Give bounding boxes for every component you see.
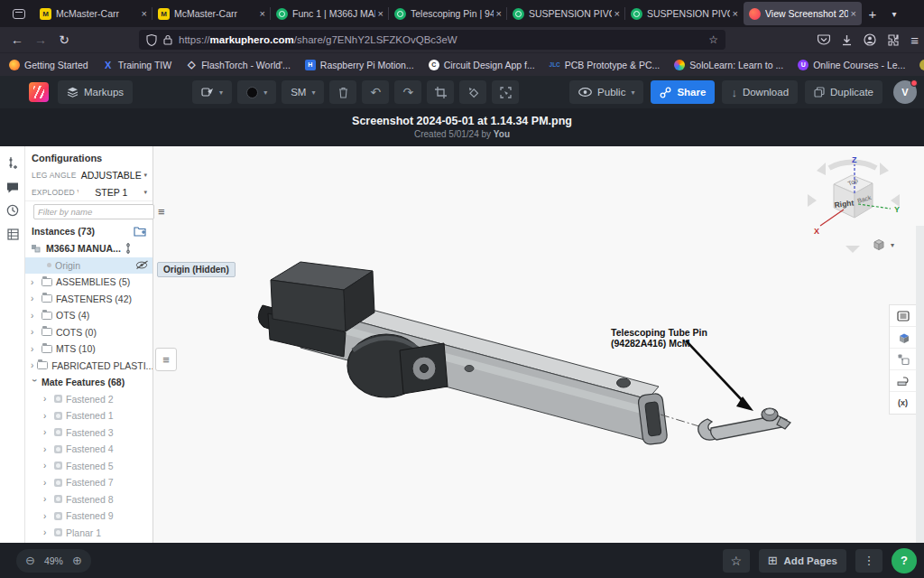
visibility-button[interactable]: Public ▾ [569,80,643,104]
chevron-right-icon[interactable]: › [43,494,51,504]
mate-connector-icon[interactable] [0,152,25,175]
chevron-right-icon[interactable]: › [31,344,38,354]
bookmark-raspberry-pi[interactable]: HRaspberry Pi Motion... [305,60,414,70]
close-icon[interactable]: × [851,8,856,19]
fullscreen-button[interactable] [492,80,519,104]
chevron-right-icon[interactable]: › [31,311,38,321]
user-avatar[interactable]: V [893,80,917,104]
list-tabs-icon[interactable]: ▾ [883,9,905,19]
browser-tab-telescoping-pin[interactable]: Telescoping Pin | 94282 × [389,2,507,25]
close-icon[interactable]: × [378,8,383,19]
config-row-exploded-view[interactable]: EXPLODED VI STEP 1 ▾ [25,183,152,200]
mate-item-planar-1[interactable]: ›Planar 1 [25,525,152,542]
mate-item-fastened-9[interactable]: ›Fastened 9 [25,508,152,525]
mate-item-fastened-1[interactable]: ›Fastened 1 [25,407,152,424]
variables-icon[interactable]: (x) [890,392,916,414]
favorite-button[interactable]: ☆ [723,549,750,573]
chevron-right-icon[interactable]: › [31,327,38,337]
filter-input[interactable] [33,204,154,219]
bookmark-ios13[interactable]: iOS 13 Course Reso... [919,60,924,70]
tree-folder-assemblies[interactable]: ›ASSEMBLIES (5) [25,274,152,291]
downloads-icon[interactable] [841,34,853,46]
bookmark-circuit-design[interactable]: CCircuit Design App f... [429,60,535,70]
reload-button[interactable]: ↻ [52,33,76,47]
zoom-in-icon[interactable]: ⊕ [72,554,82,567]
mate-item-fastened-7[interactable]: ›Fastened 7 [25,474,152,491]
duplicate-button[interactable]: Duplicate [805,80,882,104]
tree-folder-ots[interactable]: ›OTS (4) [25,307,152,324]
new-tab-button[interactable]: + [862,6,883,22]
exploded-view-icon[interactable] [890,349,916,370]
chevron-right-icon[interactable]: › [43,527,51,537]
close-icon[interactable]: × [733,8,738,19]
rotate-left-arrowhead[interactable] [817,163,826,175]
account-icon[interactable] [864,33,876,46]
chevron-right-icon[interactable]: › [43,511,51,521]
browser-tab-mcmaster-1[interactable]: M McMaster-Carr × [34,2,152,25]
bookmark-online-courses[interactable]: UOnline Courses - Le... [798,60,905,70]
tracking-shield-icon[interactable] [146,34,157,46]
zoom-out-icon[interactable]: ⊖ [25,554,35,567]
eye-slash-icon[interactable] [135,260,149,270]
firefox-view-icon[interactable] [7,5,31,23]
mate-item-fastened-5[interactable]: ›Fastened 5 [25,458,152,475]
redo-button[interactable]: ↷ [394,80,421,104]
chevron-down-icon[interactable]: › [30,378,40,386]
mate-item-fastened-8[interactable]: ›Fastened 8 [25,491,152,508]
chevron-right-icon[interactable]: › [43,427,51,437]
config-row-leg-angle[interactable]: LEG ANGLE ADJUSTABLE ▾ [25,166,152,183]
bookmark-sololearn[interactable]: SoloLearn: Learn to ... [674,60,783,70]
crop-button[interactable] [427,80,454,104]
screenshot-canvas[interactable]: Configurations LEG ANGLE ADJUSTABLE ▾ EX… [0,146,924,543]
chevron-right-icon[interactable]: › [31,360,33,370]
markuphero-logo[interactable] [29,82,49,102]
color-picker-button[interactable]: ▾ [237,80,276,104]
forward-button[interactable]: → [29,33,52,47]
canvas-scrollbar[interactable] [916,226,924,543]
pocket-icon[interactable] [818,34,830,46]
chevron-right-icon[interactable]: › [43,394,51,404]
bookmark-training-tiw[interactable]: XTraining TIW [103,60,172,70]
close-icon[interactable]: × [142,8,147,19]
assembly-root-item[interactable]: M366J MANUA... [25,240,152,257]
bom-icon[interactable] [890,305,916,327]
history-icon[interactable] [0,199,25,222]
tree-folder-fasteners[interactable]: ›FASTENERS (42) [25,291,152,308]
more-options-button[interactable]: ⋮ [855,549,882,573]
bookmark-flashtorch[interactable]: ◇FlashTorch - World'... [186,60,291,70]
mate-features-header[interactable]: ›Mate Features (68) [25,374,152,391]
markups-button[interactable]: Markups [58,80,133,104]
chevron-right-icon[interactable]: › [31,277,38,287]
rotate-west-icon[interactable] [808,194,817,207]
bookmark-star-icon[interactable]: ☆ [708,33,718,46]
display-states-icon[interactable] [890,327,916,349]
extensions-puzzle-icon[interactable] [887,33,900,46]
back-button[interactable]: ← [5,33,29,47]
bookmark-pcb-prototype[interactable]: JLCPCB Prototype & PC... [550,60,661,70]
mate-item-fastened-4[interactable]: ›Fastened 4 [25,441,152,458]
delete-button[interactable] [329,80,356,104]
projection-menu[interactable]: ▾ [872,237,908,253]
browser-tab-suspension-2[interactable]: SUSPENSION PIVOT LEG × [625,2,744,25]
browser-tab-mcmaster-2[interactable]: M McMaster-Carr × [152,2,271,25]
section-view-icon[interactable] [890,370,916,392]
tree-item-origin[interactable]: Origin [25,257,152,275]
chevron-right-icon[interactable]: › [43,478,51,488]
browser-tab-suspension-1[interactable]: SUSPENSION PIVOT LEG × [507,2,625,25]
rotate-south-icon[interactable] [845,246,860,253]
size-button[interactable]: SM ▾ [282,80,324,104]
mate-item-fastened-2[interactable]: ›Fastened 2 [25,391,152,408]
help-button[interactable]: ? [892,548,917,573]
url-bar[interactable]: https://markuphero.com/share/g7ENhY2LSFZ… [139,30,725,50]
follow-grid-icon[interactable] [0,222,25,246]
browser-tab-onshape-func1[interactable]: Func 1 | M366J MANUAL × [271,2,389,25]
rotate-button[interactable] [459,80,486,104]
menu-icon[interactable]: ≡ [910,33,919,48]
tree-folder-mts[interactable]: ›MTS (10) [25,340,152,358]
add-pages-button[interactable]: ⊞ Add Pages [759,549,846,573]
close-icon[interactable]: × [260,8,265,19]
select-tool-button[interactable]: ▾ [192,80,232,104]
chevron-right-icon[interactable]: › [31,294,38,303]
chevron-right-icon[interactable]: › [43,461,51,471]
add-folder-icon[interactable] [134,226,147,237]
